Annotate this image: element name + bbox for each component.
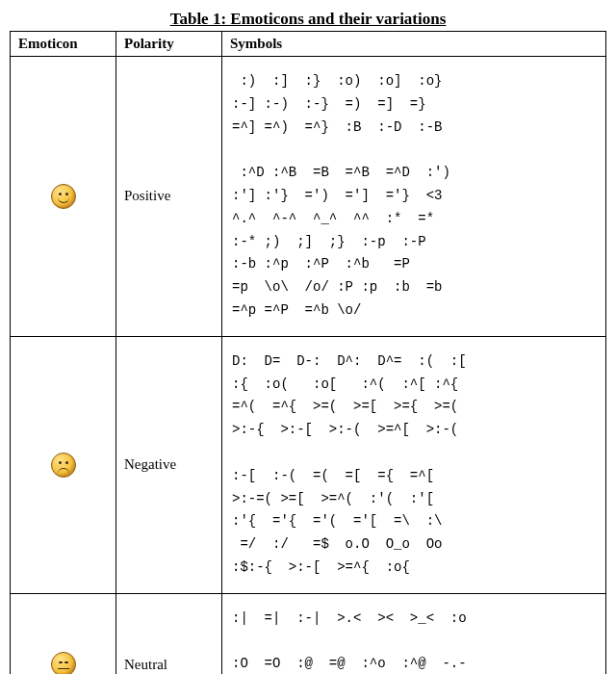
happy-face-icon <box>51 184 76 209</box>
emoticons-table: Emoticon Polarity Symbols Positive :) :]… <box>10 31 606 674</box>
symbols-cell: D: D= D-: D^: D^= :( :[ :{ :o( :o[ :^( :… <box>222 336 606 593</box>
table-caption: Table 1: Emoticons and their variations <box>10 10 606 29</box>
symbols-cell: :| =| :-| >.< >< >_< :o :O =O :@ =@ :^o … <box>222 593 606 674</box>
header-polarity: Polarity <box>116 32 222 57</box>
emoticon-cell-neutral <box>11 593 116 674</box>
header-row: Emoticon Polarity Symbols <box>11 32 606 57</box>
table-row: Neutral :| =| :-| >.< >< >_< :o :O =O :@… <box>11 593 606 674</box>
polarity-cell: Negative <box>116 336 222 593</box>
sad-face-icon <box>51 453 76 478</box>
polarity-cell: Positive <box>116 57 222 337</box>
header-emoticon: Emoticon <box>11 32 116 57</box>
table-row: Negative D: D= D-: D^: D^= :( :[ :{ :o( … <box>11 336 606 593</box>
emoticon-cell-positive <box>11 57 116 337</box>
table-row: Positive :) :] :} :o) :o] :o} :-] :-) :-… <box>11 57 606 337</box>
neutral-face-icon <box>51 652 76 674</box>
polarity-cell: Neutral <box>116 593 222 674</box>
header-symbols: Symbols <box>222 32 606 57</box>
emoticon-cell-negative <box>11 336 116 593</box>
symbols-cell: :) :] :} :o) :o] :o} :-] :-) :-} =) =] =… <box>222 57 606 337</box>
